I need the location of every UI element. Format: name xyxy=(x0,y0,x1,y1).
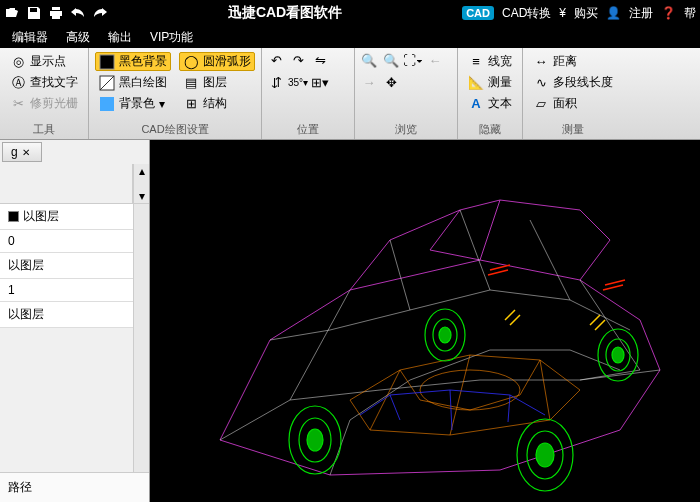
ribbon: ◎显示点 Ⓐ查找文字 ✂修剪光栅 工具 黑色背景 黑白绘图 背景色 ▾ ◯圆滑弧… xyxy=(0,48,700,140)
flip-v-icon[interactable]: ⇵ xyxy=(268,74,284,90)
scrollbar-vertical[interactable] xyxy=(133,204,149,472)
bw-draw-button[interactable]: 黑白绘图 xyxy=(95,73,171,92)
grid-icon[interactable]: ⊞▾ xyxy=(312,74,328,90)
print-icon[interactable] xyxy=(48,5,64,21)
list-item[interactable]: 以图层 xyxy=(0,302,133,328)
show-point-button[interactable]: ◎显示点 xyxy=(6,52,82,71)
user-icon: 👤 xyxy=(606,6,621,20)
side-panel: g✕ ▴▾ 以图层 0 以图层 1 以图层 路径 xyxy=(0,140,150,502)
save-icon[interactable] xyxy=(26,5,42,21)
zoom-in-icon[interactable]: 🔍 xyxy=(361,52,377,68)
group-label-measure: 测量 xyxy=(529,120,617,137)
list-item[interactable]: 以图层 xyxy=(0,253,133,279)
title-bar: 迅捷CAD看图软件 CAD CAD转换 ¥ 购买 👤 注册 ❓ 帮 xyxy=(0,0,700,26)
structure-icon: ⊞ xyxy=(183,96,199,112)
area-icon: ▱ xyxy=(533,96,549,112)
scroll-up-icon[interactable]: ▴ xyxy=(139,164,145,178)
svg-point-12 xyxy=(439,327,451,343)
group-label-browse: 浏览 xyxy=(361,120,451,137)
bg-color-button[interactable]: 背景色 ▾ xyxy=(95,94,171,113)
wireframe-drawing xyxy=(150,140,700,502)
dropdown-icon: ▾ xyxy=(159,97,165,111)
linewidth-button[interactable]: ≡线宽 xyxy=(464,52,516,71)
find-text-button[interactable]: Ⓐ查找文字 xyxy=(6,73,82,92)
svg-rect-0 xyxy=(100,55,114,69)
crop-icon: ✂ xyxy=(10,96,26,112)
distance-button[interactable]: ↔距离 xyxy=(529,52,617,71)
register-link[interactable]: 注册 xyxy=(629,5,653,22)
black-bg-button[interactable]: 黑色背景 xyxy=(95,52,171,71)
ribbon-group-hide: ≡线宽 📐测量 A文本 隐藏 xyxy=(458,48,523,139)
polyline-icon: ∿ xyxy=(533,75,549,91)
flip-h-icon[interactable]: ⇋ xyxy=(312,52,328,68)
redo-icon[interactable] xyxy=(92,5,108,21)
rotate-left-icon[interactable]: ↶ xyxy=(268,52,284,68)
zoom-out-icon[interactable]: 🔍 xyxy=(383,52,399,68)
distance-icon: ↔ xyxy=(533,54,549,70)
color-swatch-icon xyxy=(8,211,19,222)
nav-back-icon: ← xyxy=(427,52,443,68)
list-item[interactable]: 以图层 xyxy=(0,204,133,230)
cad-badge: CAD xyxy=(462,6,494,20)
angle-icon[interactable]: 35°▾ xyxy=(290,74,306,90)
ribbon-group-position: ↶ ↷ ⇋ ⇵ 35°▾ ⊞▾ 位置 xyxy=(262,48,355,139)
menu-advanced[interactable]: 高级 xyxy=(58,27,98,48)
close-icon[interactable]: ✕ xyxy=(22,147,30,158)
ribbon-group-tools: ◎显示点 Ⓐ查找文字 ✂修剪光栅 工具 xyxy=(0,48,89,139)
group-label-hide: 隐藏 xyxy=(464,120,516,137)
help-link[interactable]: 帮 xyxy=(684,5,696,22)
svg-point-3 xyxy=(420,370,520,410)
layers-button[interactable]: ▤图层 xyxy=(179,73,255,92)
structure-button[interactable]: ⊞结构 xyxy=(179,94,255,113)
content-area: g✕ ▴▾ 以图层 0 以图层 1 以图层 路径 xyxy=(0,140,700,502)
area-button[interactable]: ▱面积 xyxy=(529,94,617,113)
polyline-length-button[interactable]: ∿多段线长度 xyxy=(529,73,617,92)
group-label-draw: CAD绘图设置 xyxy=(95,120,255,137)
trim-raster-button: ✂修剪光栅 xyxy=(6,94,82,113)
menu-editor[interactable]: 编辑器 xyxy=(4,27,56,48)
ribbon-group-browse: 🔍 🔍 ⛶▾ ← → ✥ 浏览 xyxy=(355,48,458,139)
group-label-position: 位置 xyxy=(268,120,348,137)
bg-color-icon xyxy=(99,96,115,112)
zoom-fit-icon[interactable]: ⛶▾ xyxy=(405,52,421,68)
menu-vip[interactable]: VIP功能 xyxy=(142,27,201,48)
list-item[interactable]: 0 xyxy=(0,230,133,253)
side-tab[interactable]: g✕ xyxy=(2,142,42,162)
text-icon: A xyxy=(468,96,484,112)
svg-rect-2 xyxy=(100,97,114,111)
search-text-icon: Ⓐ xyxy=(10,75,26,91)
scroll-down-icon[interactable]: ▾ xyxy=(139,189,145,203)
target-icon: ◎ xyxy=(10,54,26,70)
ribbon-group-measure: ↔距离 ∿多段线长度 ▱面积 测量 xyxy=(523,48,623,139)
measure-button[interactable]: 📐测量 xyxy=(464,73,516,92)
black-bg-icon xyxy=(99,54,115,70)
linewidth-icon: ≡ xyxy=(468,54,484,70)
layers-icon: ▤ xyxy=(183,75,199,91)
text-button[interactable]: A文本 xyxy=(464,94,516,113)
arc-icon: ◯ xyxy=(183,54,199,70)
menu-bar: 编辑器 高级 输出 VIP功能 xyxy=(0,26,700,48)
pan-icon[interactable]: ✥ xyxy=(383,74,399,90)
svg-point-9 xyxy=(536,443,554,467)
bw-draw-icon xyxy=(99,75,115,91)
list-item[interactable]: 1 xyxy=(0,279,133,302)
open-icon[interactable] xyxy=(4,5,20,21)
group-label-tools: 工具 xyxy=(6,120,82,137)
scrollbar-vertical[interactable]: ▴▾ xyxy=(133,164,149,203)
help-icon[interactable]: ❓ xyxy=(661,6,676,20)
undo-icon[interactable] xyxy=(70,5,86,21)
app-title: 迅捷CAD看图软件 xyxy=(108,4,462,22)
rotate-right-icon[interactable]: ↷ xyxy=(290,52,306,68)
menu-output[interactable]: 输出 xyxy=(100,27,140,48)
cad-viewport[interactable] xyxy=(150,140,700,502)
currency-icon: ¥ xyxy=(559,6,566,20)
ruler-icon: 📐 xyxy=(468,75,484,91)
cad-convert-link[interactable]: CAD转换 xyxy=(502,5,551,22)
buy-link[interactable]: 购买 xyxy=(574,5,598,22)
svg-point-15 xyxy=(612,347,624,363)
smooth-arc-button[interactable]: ◯圆滑弧形 xyxy=(179,52,255,71)
path-label: 路径 xyxy=(0,472,149,502)
ribbon-group-draw-settings: 黑色背景 黑白绘图 背景色 ▾ ◯圆滑弧形 ▤图层 ⊞结构 CAD绘图设置 xyxy=(89,48,262,139)
svg-point-6 xyxy=(307,429,323,451)
nav-forward-icon: → xyxy=(361,74,377,90)
